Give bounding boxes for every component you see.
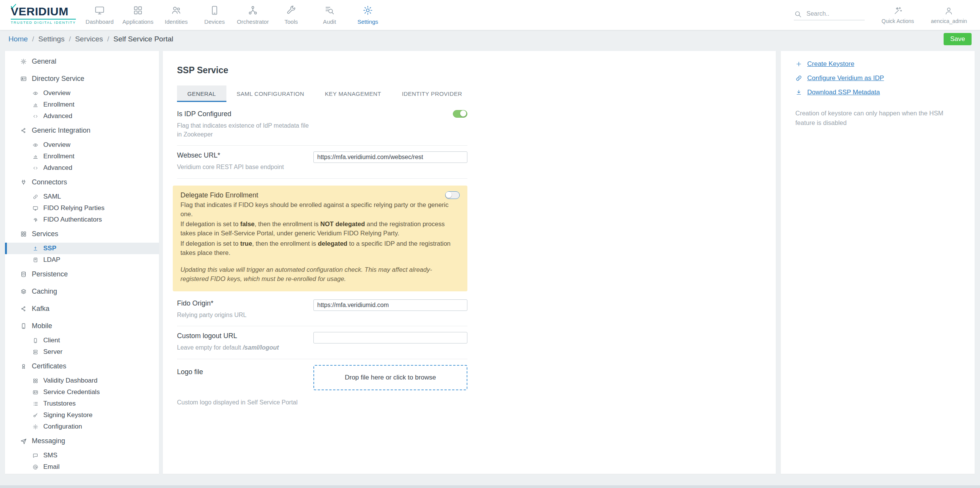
- sidebar-item-validity-dashboard[interactable]: Validity Dashboard: [5, 375, 159, 386]
- sidebar-item-ldap[interactable]: LDAP: [5, 254, 159, 266]
- sidebar-item-generic-advanced[interactable]: Advanced: [5, 162, 159, 174]
- sidebar-item-directory-enrollment[interactable]: Enrollment: [5, 99, 159, 110]
- general-settings-form: Is IDP Configured Flag that indicates ex…: [177, 104, 467, 406]
- delegate-fido-warning-note: Updating this value will trigger an auto…: [180, 265, 460, 284]
- sidebar-item-service-credentials[interactable]: Service Credentials: [5, 386, 159, 398]
- at-icon: [33, 464, 38, 470]
- save-button[interactable]: Save: [944, 33, 972, 45]
- link-icon: [795, 75, 802, 82]
- page-title: SSP Service: [177, 65, 762, 76]
- sidebar-item-persistence[interactable]: Persistence: [5, 266, 159, 283]
- create-keystore-link[interactable]: Create Keystore: [795, 60, 960, 68]
- tab-identity-provider[interactable]: IDENTITY PROVIDER: [392, 85, 472, 102]
- download-ssp-metadata-link[interactable]: Download SSP Metadata: [795, 89, 960, 96]
- configure-veridium-as-idp-link[interactable]: Configure Veridium as IDP: [795, 74, 960, 82]
- field-row-idp-configured: Is IDP Configured Flag that indicates ex…: [177, 104, 467, 146]
- sidebar-item-mobile[interactable]: Mobile: [5, 317, 159, 335]
- sidebar-item-mobile-client[interactable]: Client: [5, 335, 159, 346]
- custom-logout-url-label: Custom logout URL: [177, 332, 309, 340]
- sidebar-item-sms[interactable]: SMS: [5, 450, 159, 461]
- id-card-icon: [33, 389, 38, 395]
- sidebar-item-generic-enrollment[interactable]: Enrollment: [5, 151, 159, 162]
- fido-origin-label: Fido Origin*: [177, 299, 309, 307]
- delegate-fido-desc-line: Flag that indicates if FIDO keys should …: [180, 200, 460, 219]
- breadcrumb-settings[interactable]: Settings: [38, 35, 65, 43]
- sidebar-item-directory-service[interactable]: Directory Service: [5, 70, 159, 87]
- nav-item-audit[interactable]: Audit: [310, 0, 349, 30]
- delegate-fido-desc-line: If delegation is set to true, then the e…: [180, 239, 460, 258]
- user-menu[interactable]: aencica_admin: [931, 6, 967, 24]
- logo-file-label: Logo file: [177, 365, 309, 376]
- custom-logout-url-input[interactable]: [313, 332, 467, 343]
- nav-item-applications[interactable]: Applications: [119, 0, 157, 30]
- sidebar-item-ssp[interactable]: SSP: [5, 243, 159, 254]
- people-icon: [171, 5, 182, 16]
- tab-general[interactable]: GENERAL: [177, 85, 226, 102]
- quick-actions-button[interactable]: Quick Actions: [882, 6, 914, 24]
- list-icon: [33, 401, 38, 407]
- sidebar-item-mobile-server[interactable]: Server: [5, 346, 159, 358]
- nav-item-orchestrator[interactable]: Orchestrator: [234, 0, 272, 30]
- delegate-fido-toggle[interactable]: [445, 191, 460, 199]
- brand-check-icon: [10, 4, 17, 10]
- topbar-right: Quick Actions aencica_admin: [794, 6, 967, 24]
- delegate-fido-label: Delegate Fido Enrollment: [180, 191, 258, 199]
- nav-item-devices[interactable]: Devices: [195, 0, 234, 30]
- gear-icon: [20, 58, 27, 65]
- veridium-logo[interactable]: VERIDIUM TRUSTED DIGITAL IDENTITY: [11, 6, 75, 25]
- sidebar-item-directory-overview[interactable]: Overview: [5, 87, 159, 99]
- sidebar-item-generic-overview[interactable]: Overview: [5, 139, 159, 151]
- sidebar-item-fido-relying-parties[interactable]: FIDO Relying Parties: [5, 202, 159, 214]
- sidebar-item-signing-keystore[interactable]: Signing Keystore: [5, 409, 159, 421]
- code-icon: [33, 165, 38, 171]
- kafka-icon: [20, 306, 27, 312]
- fido-origin-input[interactable]: [313, 299, 467, 311]
- logo-file-dropzone[interactable]: Drop file here or click to browse: [313, 365, 467, 390]
- flow-icon: [247, 5, 258, 16]
- code-icon: [33, 113, 38, 119]
- nav-item-dashboard[interactable]: Dashboard: [80, 0, 119, 30]
- nav-item-identities[interactable]: Identities: [157, 0, 195, 30]
- sidebar-item-configuration[interactable]: Configuration: [5, 421, 159, 432]
- fido-origin-desc: Relying party origins URL: [177, 311, 309, 319]
- phone-icon: [33, 338, 38, 343]
- nav-item-tools[interactable]: Tools: [272, 0, 310, 30]
- sidebar-item-caching[interactable]: Caching: [5, 283, 159, 300]
- sidebar-item-directory-advanced[interactable]: Advanced: [5, 110, 159, 122]
- websec-url-desc: Veridium core REST API base endpoint: [177, 163, 309, 171]
- grid-icon: [20, 231, 27, 237]
- breadcrumb-services[interactable]: Services: [75, 35, 103, 43]
- sidebar-item-saml[interactable]: SAML: [5, 191, 159, 202]
- sidebar-item-kafka[interactable]: Kafka: [5, 300, 159, 317]
- key-icon: [33, 412, 38, 418]
- sidebar-item-certificates[interactable]: Certificates: [5, 358, 159, 375]
- layers-icon: [20, 288, 27, 295]
- chart-icon: [33, 154, 38, 159]
- sidebar-item-connectors[interactable]: Connectors: [5, 174, 159, 191]
- search-input[interactable]: [806, 10, 865, 18]
- breadcrumb-home[interactable]: Home: [8, 35, 28, 43]
- monitor-icon: [33, 205, 38, 211]
- tab-saml-configuration[interactable]: SAML CONFIGURATION: [226, 85, 315, 102]
- sidebar-item-general[interactable]: General: [5, 53, 159, 70]
- sidebar-item-generic-integration[interactable]: Generic Integration: [5, 122, 159, 139]
- book-icon: [33, 257, 38, 263]
- sidebar-item-fido-authenticators[interactable]: FIDO Authenticators: [5, 214, 159, 225]
- sidebar-item-services[interactable]: Services: [5, 225, 159, 243]
- sidebar-item-email[interactable]: Email: [5, 461, 159, 473]
- sidebar-item-messaging[interactable]: Messaging: [5, 432, 159, 450]
- breadcrumb-separator: /: [107, 35, 109, 43]
- window-bottom-edge: [0, 485, 980, 488]
- breadcrumb-separator: /: [32, 35, 34, 43]
- nav-item-settings[interactable]: Settings: [349, 0, 387, 30]
- tab-key-management[interactable]: KEY MANAGEMENT: [315, 85, 392, 102]
- websec-url-input[interactable]: [313, 151, 467, 163]
- eye-icon: [33, 142, 38, 148]
- field-row-fido-origin: Fido Origin* Relying party origins URL: [177, 294, 467, 326]
- delegate-fido-desc-line: If delegation is set to false, then the …: [180, 220, 460, 238]
- idp-configured-toggle[interactable]: [453, 110, 467, 118]
- sidebar-item-truststores[interactable]: Truststores: [5, 398, 159, 409]
- server-icon: [33, 349, 38, 355]
- field-row-custom-logout-url: Custom logout URL Leave empty for defaul…: [177, 326, 467, 359]
- eye-icon: [33, 90, 38, 96]
